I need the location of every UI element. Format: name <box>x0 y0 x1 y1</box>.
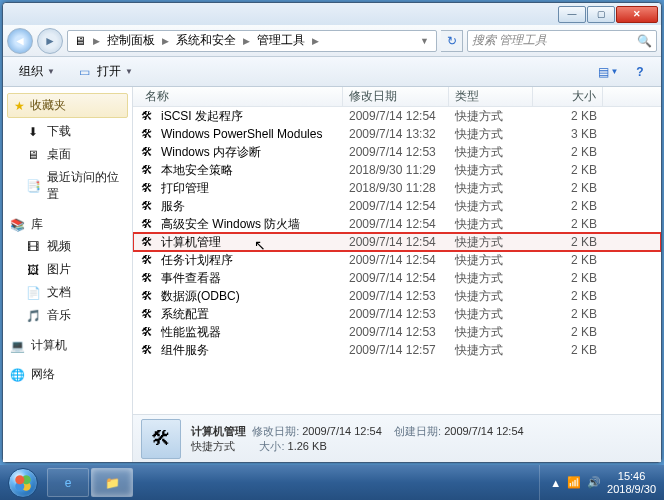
item-icon: 🖥 <box>25 147 41 163</box>
view-button[interactable]: ▤▼ <box>595 61 621 83</box>
chevron-right-icon[interactable]: ▶ <box>159 36 172 46</box>
file-row[interactable]: 🛠高级安全 Windows 防火墙2009/7/14 12:54快捷方式2 KB <box>133 215 661 233</box>
search-input[interactable]: 搜索 管理工具 🔍 <box>467 30 657 52</box>
file-name: 任务计划程序 <box>155 252 343 269</box>
tray-flag-icon[interactable]: ▲ <box>550 477 561 489</box>
file-type: 快捷方式 <box>449 342 533 359</box>
file-type: 快捷方式 <box>449 216 533 233</box>
item-label: 最近访问的位置 <box>47 169 128 203</box>
address-bar[interactable]: 🖥 ▶ 控制面板 ▶ 系统和安全 ▶ 管理工具 ▶ ▼ <box>67 30 437 52</box>
sidebar-item[interactable]: 🖥桌面 <box>3 143 132 166</box>
chevron-right-icon[interactable]: ▶ <box>240 36 253 46</box>
item-icon: ⬇ <box>25 124 41 140</box>
details-name: 计算机管理 <box>191 425 246 437</box>
favorites-header[interactable]: ★ 收藏夹 <box>7 93 128 118</box>
computer-label: 计算机 <box>31 337 67 354</box>
search-icon[interactable]: 🔍 <box>637 34 652 48</box>
col-size[interactable]: 大小 <box>533 87 603 106</box>
sidebar-item[interactable]: 📄文档 <box>3 281 132 304</box>
file-row[interactable]: 🛠本地安全策略2018/9/30 11:29快捷方式2 KB <box>133 161 661 179</box>
file-row[interactable]: 🛠打印管理2018/9/30 11:28快捷方式2 KB <box>133 179 661 197</box>
file-type: 快捷方式 <box>449 126 533 143</box>
computer-header[interactable]: 💻 计算机 <box>3 333 132 356</box>
file-size: 2 KB <box>533 343 603 357</box>
taskbar-ie-icon[interactable]: e <box>47 468 89 497</box>
file-date: 2009/7/14 12:53 <box>343 307 449 321</box>
file-type: 快捷方式 <box>449 144 533 161</box>
file-type: 快捷方式 <box>449 270 533 287</box>
start-button[interactable] <box>0 465 46 500</box>
star-icon: ★ <box>14 99 25 113</box>
close-button[interactable]: ✕ <box>616 6 658 23</box>
file-row[interactable]: 🛠Windows PowerShell Modules2009/7/14 13:… <box>133 125 661 143</box>
column-headers[interactable]: 名称 修改日期 类型 大小 <box>133 87 661 107</box>
system-tray[interactable]: ▲ 📶 🔊 15:46 2018/9/30 <box>539 465 664 500</box>
open-icon: ▭ <box>77 64 93 80</box>
forward-button[interactable]: ► <box>37 28 63 54</box>
sidebar-item[interactable]: 🎵音乐 <box>3 304 132 327</box>
file-row[interactable]: 🛠Windows 内存诊断2009/7/14 12:53快捷方式2 KB <box>133 143 661 161</box>
shortcut-icon: 🛠 <box>139 288 155 304</box>
chevron-right-icon[interactable]: ▶ <box>309 36 322 46</box>
breadcrumb-seg[interactable]: 控制面板 <box>105 32 157 49</box>
file-row[interactable]: 🛠事件查看器2009/7/14 12:54快捷方式2 KB <box>133 269 661 287</box>
file-row[interactable]: 🛠iSCSI 发起程序2009/7/14 12:54快捷方式2 KB <box>133 107 661 125</box>
file-date: 2009/7/14 12:54 <box>343 199 449 213</box>
item-icon: 📑 <box>25 178 41 194</box>
col-name[interactable]: 名称 <box>139 87 343 106</box>
file-row[interactable]: 🛠任务计划程序2009/7/14 12:54快捷方式2 KB <box>133 251 661 269</box>
file-name: 计算机管理 <box>155 234 343 251</box>
maximize-button[interactable]: ▢ <box>587 6 615 23</box>
file-list[interactable]: 🛠iSCSI 发起程序2009/7/14 12:54快捷方式2 KB🛠Windo… <box>133 107 661 414</box>
tray-network-icon[interactable]: 📶 <box>567 476 581 489</box>
file-row[interactable]: 🛠数据源(ODBC)2009/7/14 12:53快捷方式2 KB <box>133 287 661 305</box>
shortcut-icon: 🛠 <box>139 108 155 124</box>
item-label: 桌面 <box>47 146 71 163</box>
clock[interactable]: 15:46 2018/9/30 <box>607 470 656 496</box>
file-type: 快捷方式 <box>449 180 533 197</box>
sidebar-item[interactable]: ⬇下载 <box>3 120 132 143</box>
file-name: 系统配置 <box>155 306 343 323</box>
breadcrumb-seg[interactable]: 系统和安全 <box>174 32 238 49</box>
back-button[interactable]: ◄ <box>7 28 33 54</box>
navbar: ◄ ► 🖥 ▶ 控制面板 ▶ 系统和安全 ▶ 管理工具 ▶ ▼ ↻ 搜索 管理工… <box>3 25 661 57</box>
toolbar: 组织▼ ▭ 打开▼ ▤▼ ? <box>3 57 661 87</box>
file-row[interactable]: 🛠服务2009/7/14 12:54快捷方式2 KB <box>133 197 661 215</box>
file-name: 事件查看器 <box>155 270 343 287</box>
breadcrumb-seg[interactable]: 管理工具 <box>255 32 307 49</box>
file-row[interactable]: 🛠组件服务2009/7/14 12:57快捷方式2 KB <box>133 341 661 359</box>
file-size: 2 KB <box>533 217 603 231</box>
help-button[interactable]: ? <box>627 61 653 83</box>
sidebar-item[interactable]: 🎞视频 <box>3 235 132 258</box>
file-name: 数据源(ODBC) <box>155 288 343 305</box>
file-date: 2009/7/14 12:54 <box>343 109 449 123</box>
view-icon: ▤ <box>598 65 609 79</box>
taskbar[interactable]: e 📁 ▲ 📶 🔊 15:46 2018/9/30 <box>0 465 664 500</box>
file-size: 2 KB <box>533 181 603 195</box>
sidebar-item[interactable]: 🖼图片 <box>3 258 132 281</box>
file-row[interactable]: 🛠系统配置2009/7/14 12:53快捷方式2 KB <box>133 305 661 323</box>
file-type: 快捷方式 <box>449 198 533 215</box>
network-header[interactable]: 🌐 网络 <box>3 362 132 385</box>
chevron-down-icon[interactable]: ▼ <box>417 36 432 46</box>
open-button[interactable]: ▭ 打开▼ <box>69 60 141 83</box>
tray-sound-icon[interactable]: 🔊 <box>587 476 601 489</box>
col-date[interactable]: 修改日期 <box>343 87 449 106</box>
file-name: Windows 内存诊断 <box>155 144 343 161</box>
sidebar-item[interactable]: 📑最近访问的位置 <box>3 166 132 206</box>
computer-icon: 💻 <box>9 338 25 354</box>
shortcut-icon: 🛠 <box>139 216 155 232</box>
chevron-right-icon[interactable]: ▶ <box>90 36 103 46</box>
libraries-header[interactable]: 📚 库 <box>3 212 132 235</box>
refresh-button[interactable]: ↻ <box>441 30 463 52</box>
item-label: 视频 <box>47 238 71 255</box>
titlebar[interactable]: — ▢ ✕ <box>3 3 661 25</box>
item-label: 图片 <box>47 261 71 278</box>
col-type[interactable]: 类型 <box>449 87 533 106</box>
organize-button[interactable]: 组织▼ <box>11 60 63 83</box>
minimize-button[interactable]: — <box>558 6 586 23</box>
taskbar-explorer-icon[interactable]: 📁 <box>91 468 133 497</box>
file-name: iSCSI 发起程序 <box>155 108 343 125</box>
file-row[interactable]: 🛠性能监视器2009/7/14 12:53快捷方式2 KB <box>133 323 661 341</box>
file-row[interactable]: 🛠计算机管理2009/7/14 12:54快捷方式2 KB <box>133 233 661 251</box>
